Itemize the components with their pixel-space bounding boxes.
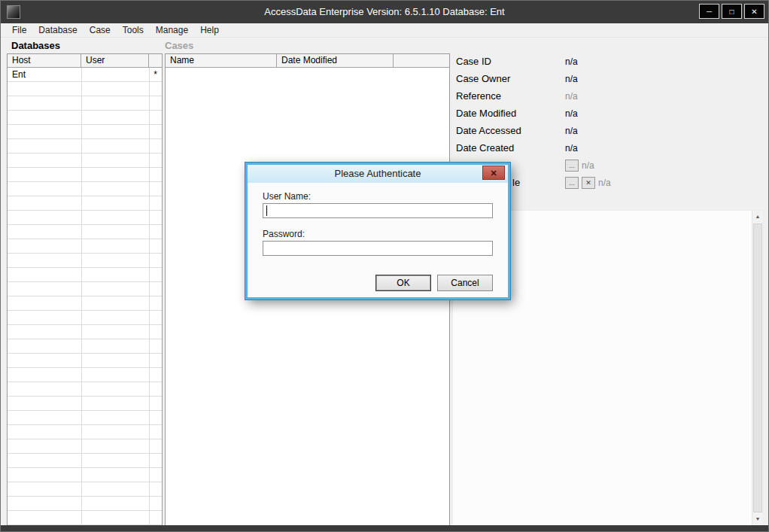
username-input[interactable] [263, 203, 493, 218]
detail-row-case-owner: Case Owner n/a [452, 71, 764, 87]
password-label: Password: [263, 229, 305, 239]
menu-help[interactable]: Help [194, 23, 225, 38]
databases-table-header: Host User [8, 54, 162, 68]
databases-table-body: Ent * [8, 68, 162, 525]
maximize-button[interactable]: □ [722, 4, 742, 19]
detail-row-date-modified: Date Modified n/a [452, 105, 764, 122]
detail-value-cell: n/a [561, 53, 659, 70]
window-controls: ─ □ ✕ [699, 4, 764, 19]
detail-row-date-accessed: Date Accessed n/a [452, 123, 764, 139]
close-icon: ✕ [751, 8, 757, 16]
detail-value-cell: n/a [561, 71, 659, 87]
authenticate-dialog: Please Authenticate ✕ User Name: Passwor… [245, 163, 510, 299]
browse-button[interactable]: ... [565, 177, 579, 189]
maximize-icon: □ [729, 8, 734, 16]
ok-button[interactable]: OK [375, 275, 431, 291]
password-input[interactable] [263, 241, 493, 256]
scroll-up-button[interactable]: ▲ [752, 211, 763, 223]
ellipsis-icon: ... [569, 162, 575, 169]
close-button[interactable]: ✕ [744, 4, 764, 19]
ok-button-label: OK [397, 278, 409, 288]
close-icon: ✕ [490, 169, 497, 178]
cases-section-title: Cases [165, 40, 193, 51]
minimize-icon: ─ [707, 8, 712, 16]
vertical-scrollbar[interactable]: ▲ ▼ [752, 211, 763, 525]
detail-value-cell: n/a [561, 105, 727, 122]
detail-label: Date Accessed [452, 123, 559, 139]
column-header-blank [149, 54, 162, 67]
column-header-host[interactable]: Host [8, 54, 81, 67]
username-label: User Name: [263, 191, 311, 202]
detail-value-cell: n/a [561, 88, 764, 105]
cancel-button[interactable]: Cancel [437, 275, 493, 291]
detail-value: n/a [565, 91, 578, 102]
column-header-user[interactable]: User [81, 54, 149, 67]
detail-value: n/a [565, 126, 578, 136]
menu-tools[interactable]: Tools [117, 23, 150, 38]
dialog-body: User Name: Password: OK Cancel [248, 183, 508, 297]
clear-icon: ✕ [585, 179, 591, 187]
minimize-button[interactable]: ─ [699, 4, 719, 19]
detail-row-case-id: Case ID n/a [452, 53, 764, 70]
menu-case[interactable]: Case [84, 23, 117, 38]
menu-database[interactable]: Database [32, 23, 83, 38]
menu-manage[interactable]: Manage [150, 23, 194, 38]
detail-value: n/a [565, 108, 578, 119]
dialog-close-button[interactable]: ✕ [482, 166, 505, 180]
database-user-cell [81, 68, 149, 81]
dialog-title: Please Authenticate [248, 165, 508, 183]
database-default-marker: * [149, 68, 162, 81]
detail-row-date-created: Date Created n/a [452, 140, 764, 157]
detail-value: n/a [565, 143, 578, 154]
detail-row-reference: Reference n/a [452, 88, 764, 105]
detail-value-cell: n/a [561, 140, 659, 157]
database-host-cell: Ent [8, 68, 81, 81]
detail-value: n/a [565, 74, 578, 84]
detail-label: Case Owner [452, 71, 559, 87]
browse-button[interactable]: ... [565, 160, 579, 172]
scroll-down-button[interactable]: ▼ [752, 513, 763, 525]
window-title: AccessData Enterprise Version: 6.5.1.10 … [1, 1, 768, 23]
scrollbar-thumb[interactable] [753, 223, 762, 512]
column-header-name[interactable]: Name [166, 54, 277, 67]
cases-table-header: Name Date Modified [166, 54, 449, 68]
menubar: File Database Case Tools Manage Help [1, 23, 768, 38]
detail-label: Reference [452, 88, 559, 105]
cancel-button-label: Cancel [451, 278, 479, 288]
detail-value: n/a [565, 56, 578, 67]
detail-value: n/a [598, 178, 611, 188]
detail-value-cell: ... ✕ n/a [561, 175, 659, 191]
detail-label: Date Created [452, 140, 559, 157]
detail-label: Case ID [452, 53, 559, 70]
menu-file[interactable]: File [6, 23, 32, 38]
window-bottom-border [1, 525, 768, 531]
detail-value-cell: n/a [561, 123, 727, 139]
detail-value-cell: ... n/a [561, 157, 764, 174]
database-row-ent[interactable]: Ent * [8, 68, 162, 81]
clear-button[interactable]: ✕ [582, 177, 595, 189]
column-header-date-modified[interactable]: Date Modified [277, 54, 394, 67]
column-divider [81, 68, 82, 525]
detail-label: Date Modified [452, 105, 559, 122]
column-header-blank [394, 54, 449, 67]
ellipsis-icon: ... [569, 179, 575, 187]
dialog-titlebar: Please Authenticate ✕ [248, 165, 508, 183]
app-window: AccessData Enterprise Version: 6.5.1.10 … [0, 0, 769, 532]
databases-panel: Host User Ent * [7, 53, 163, 526]
titlebar: AccessData Enterprise Version: 6.5.1.10 … [1, 1, 768, 23]
column-divider [149, 68, 150, 525]
text-cursor [266, 205, 267, 216]
detail-value: n/a [582, 160, 594, 171]
databases-section-title: Databases [11, 40, 60, 51]
